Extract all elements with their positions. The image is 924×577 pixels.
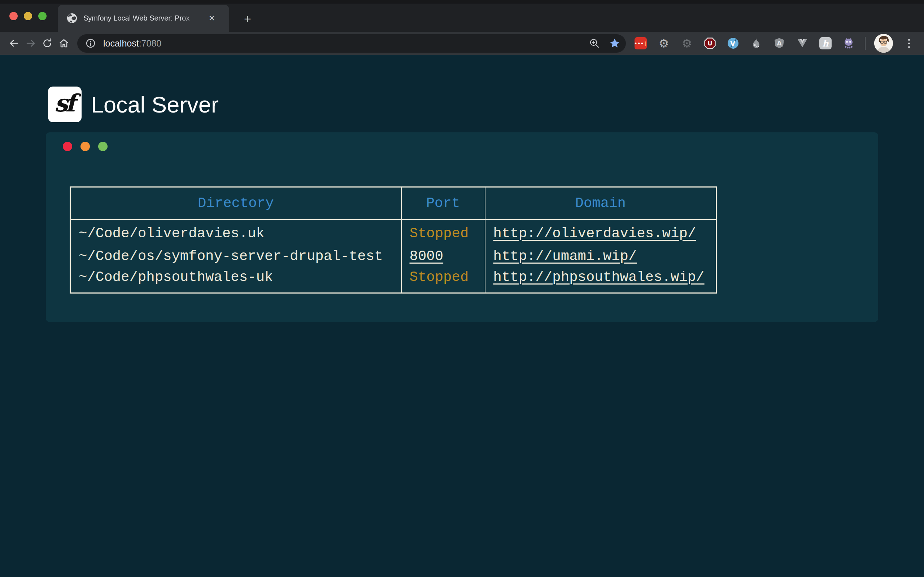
domain-link[interactable]: http://phpsouthwales.wip/ xyxy=(493,269,704,285)
bookmark-star-icon[interactable] xyxy=(609,37,621,49)
svg-text:V: V xyxy=(730,39,736,47)
browser-toolbar: localhost:7080 •••| ⚙ ⚙ U V xyxy=(0,32,924,55)
extensions-row: •••| ⚙ ⚙ U V A xyxy=(635,37,855,49)
browser-tab[interactable]: Symfony Local Web Server: Prox ✕ xyxy=(58,5,229,32)
address-bar[interactable]: localhost:7080 xyxy=(77,34,626,53)
port-status: Stopped xyxy=(410,269,469,285)
angular-extension-icon[interactable]: A xyxy=(773,37,785,49)
table-header-row: Directory Port Domain xyxy=(70,187,716,220)
port-link[interactable]: 8000 xyxy=(410,248,444,264)
site-info-icon[interactable] xyxy=(84,37,97,49)
window-close-button[interactable] xyxy=(10,12,18,20)
window-controls xyxy=(10,12,47,20)
settings-gear-extension-icon[interactable]: ⚙ xyxy=(657,37,670,49)
vue-extension-icon[interactable] xyxy=(796,37,809,49)
terminal-window-dots xyxy=(63,142,108,151)
window-zoom-button[interactable] xyxy=(38,12,47,20)
directory-cell: ~/Code/phpsouthwales-uk xyxy=(70,269,401,293)
zoom-icon[interactable] xyxy=(588,37,601,49)
vimium-extension-icon[interactable]: V xyxy=(727,37,739,49)
directory-cell: ~/Code/oliverdavies.uk xyxy=(70,220,401,244)
domain-column-header: Domain xyxy=(485,187,716,220)
page-content: sf Local Server Directory Port Domain xyxy=(0,55,924,577)
brand-header: sf Local Server xyxy=(48,87,924,122)
drupal-extension-icon[interactable] xyxy=(750,37,762,49)
browser-menu-button[interactable] xyxy=(901,39,916,48)
directory-column-header: Directory xyxy=(70,187,401,220)
symfony-logo-icon: sf xyxy=(48,87,82,122)
url-host: localhost xyxy=(103,38,139,48)
directory-cell: ~/Code/os/symfony-server-drupal-test xyxy=(70,244,401,269)
tab-bar: Symfony Local Web Server: Prox ✕ + xyxy=(0,0,924,32)
terminal-card: Directory Port Domain ~/Code/oliverdavie… xyxy=(46,132,878,322)
forward-button[interactable] xyxy=(23,35,39,52)
port-column-header: Port xyxy=(401,187,485,220)
forward-arrow-icon xyxy=(25,37,36,49)
svg-text:A: A xyxy=(777,40,782,47)
profile-avatar[interactable] xyxy=(874,34,893,53)
terminal-orange-dot-icon xyxy=(81,142,90,151)
home-icon xyxy=(58,37,69,49)
reload-button[interactable] xyxy=(39,35,56,52)
domain-link[interactable]: http://umami.wip/ xyxy=(493,248,637,264)
terminal-green-dot-icon xyxy=(98,142,108,151)
honey-extension-icon[interactable]: h xyxy=(819,37,832,49)
page-title: Local Server xyxy=(91,92,219,118)
tab-close-icon[interactable]: ✕ xyxy=(206,13,218,24)
ublock-extension-icon[interactable]: U xyxy=(704,37,716,49)
domain-link[interactable]: http://oliverdavies.wip/ xyxy=(493,226,696,242)
back-arrow-icon xyxy=(8,37,20,49)
table-row: ~/Code/os/symfony-server-drupal-test 800… xyxy=(70,244,716,269)
terminal-red-dot-icon xyxy=(63,142,72,151)
back-button[interactable] xyxy=(6,35,23,52)
table-row: ~/Code/phpsouthwales-uk Stopped http://p… xyxy=(70,269,716,293)
url-port: :7080 xyxy=(139,38,162,48)
table-row: ~/Code/oliverdavies.uk Stopped http://ol… xyxy=(70,220,716,244)
lastpass-extension-icon[interactable]: •••| xyxy=(635,37,647,49)
servers-table: Directory Port Domain ~/Code/oliverdavie… xyxy=(69,187,717,293)
reload-icon xyxy=(42,37,53,49)
new-tab-button[interactable]: + xyxy=(237,11,258,26)
port-status: Stopped xyxy=(410,226,469,242)
home-button[interactable] xyxy=(56,35,72,52)
github-octocat-extension-icon[interactable] xyxy=(842,37,855,49)
tab-title: Symfony Local Web Server: Prox xyxy=(83,14,202,23)
disabled-gear-extension-icon[interactable]: ⚙ xyxy=(681,37,693,49)
globe-favicon-icon xyxy=(66,13,78,24)
window-minimize-button[interactable] xyxy=(24,12,32,20)
svg-text:U: U xyxy=(708,40,712,47)
toolbar-divider xyxy=(865,37,866,50)
url-text[interactable]: localhost:7080 xyxy=(103,38,588,49)
